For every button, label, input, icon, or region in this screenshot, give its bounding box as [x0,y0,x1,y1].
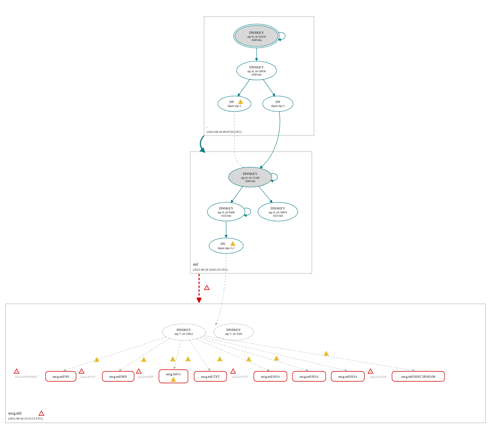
rr-soa2: uscg.mil/SOA [292,371,326,381]
svg-text:DNSKEY: DNSKEY [226,328,241,332]
svg-text:2048 bits: 2048 bits [252,73,262,76]
zone-uscg-box [6,304,485,423]
svg-text:uscg.mil/MX: uscg.mil/MX [109,375,127,379]
svg-text:uscg.mil/A: uscg.mil/A [166,372,181,376]
svg-text:alg=7, id=1920: alg=7, id=1920 [225,332,242,335]
rr-soa1: uscg.mil/SOA [254,371,287,381]
node-mil-zsk1: DNSKEY alg=8, id=9498 1024 bits [207,202,245,221]
zone-root-ts: (2021-08-16 09:07:04 UTC) [207,130,242,134]
svg-text:DNSKEY: DNSKEY [177,328,191,332]
warning-icon [141,357,146,362]
zone-uscg-label: uscg.mil [8,411,22,415]
dnssec-graph: ! ! . (2021-08-16 09:07:04 UTC) DNSKEY a… [0,0,491,448]
svg-text:DS: DS [229,100,234,104]
ghost-dnskey: uscg.mil/DNSKEY [15,375,38,378]
edge-milksk-zsk1 [231,186,243,203]
error-icon [231,369,236,373]
error-icon [368,369,373,373]
node-uscg-key1: DNSKEY alg=7, id=10952 [162,324,205,340]
warning-icon [186,357,190,361]
warning-icon [217,357,222,361]
svg-text:1024 bits: 1024 bits [221,214,231,217]
edge-key1-a [174,340,181,369]
svg-text:uscg.mil/NS: uscg.mil/NS [53,375,69,379]
node-uscg-key2: DNSKEY alg=7, id=1920 [214,324,254,340]
svg-text:DNSKEY: DNSKEY [249,65,264,69]
svg-point-32 [162,324,205,340]
edge-key1-ns [64,337,166,371]
edge-rootzsk-ds1 [238,79,250,96]
svg-point-11 [218,96,251,112]
edge-milksk-zsk2 [258,186,272,203]
svg-text:2048 bits: 2048 bits [245,180,255,183]
svg-text:DNSKEY: DNSKEY [271,206,285,210]
warning-icon [274,356,279,360]
node-mil-zsk2: DNSKEY alg=8, id=39879 1024 bits [258,202,298,221]
svg-point-14 [263,96,293,112]
svg-text:DS: DS [221,242,225,246]
svg-text:2048 bits: 2048 bits [252,38,262,42]
rr-a: uscg.mil/A [159,370,188,383]
ghost-soa: uscg.mil/SOA [370,375,386,378]
svg-point-35 [214,324,254,340]
zone-mil-ts: (2021-08-16 10:05:24 UTC) [193,268,228,271]
warning-icon [324,351,329,356]
svg-text:alg=8, id=20326: alg=8, id=20326 [247,35,266,38]
node-mil-ksk: DNSKEY alg=8, id=51349 2048 bits [229,167,272,187]
node-root-zsk: DNSKEY alg=8, id=26838 2048 bits [237,61,276,80]
svg-text:DNSKEY: DNSKEY [249,30,264,35]
zone-mil-label: mil [193,262,198,266]
edge-key1-mx [119,338,170,371]
svg-text:alg=7, id=10952: alg=7, id=10952 [175,332,193,335]
edge-milds-uscgkey-dash [216,254,226,325]
rr-soa3: uscg.mil/SOA [331,371,364,381]
svg-text:alg=8, id=51349: alg=8, id=51349 [241,176,259,179]
svg-text:alg=8, id=9498: alg=8, id=9498 [218,211,234,214]
svg-text:DNSKEY: DNSKEY [219,206,234,210]
svg-text:uscg.mil/SOA: uscg.mil/SOA [300,375,319,379]
edge-key1-soa2 [200,338,308,371]
svg-text:alg=8, id=39879: alg=8, id=39879 [269,211,287,214]
rr-nsec3param: uscg.mil/NSEC3PARAM [392,371,445,381]
svg-text:uscg.mil/SOA: uscg.mil/SOA [261,375,280,379]
svg-text:1024 bits: 1024 bits [273,214,283,217]
edge-key1-txt [189,340,210,371]
error-icon [39,411,44,415]
svg-text:digest alg=2: digest alg=2 [271,104,284,107]
edge-root-to-mil-thick [200,136,205,152]
svg-text:uscg.mil/TXT: uscg.mil/TXT [201,375,220,379]
node-root-ds1: DS digest alg=1 [218,96,251,112]
node-root-ksk: DNSKEY alg=8, id=20326 2048 bits [234,24,280,48]
error-icon [136,369,141,373]
error-icon [79,369,84,373]
rr-ns: uscg.mil/NS [46,371,76,381]
svg-text:alg=8, id=26838: alg=8, id=26838 [247,70,266,73]
zone-uscg-ts: (2021-08-16 13:25:53 UTC) [8,417,43,420]
ghost-ns: uscg.mil/NS [81,375,95,378]
rr-txt: uscg.mil/TXT [194,371,227,381]
ghost-txt: uscg.mil/TXT [232,375,249,378]
error-icon [204,285,209,290]
node-root-ds2: DS digest alg=2 [263,96,293,112]
svg-text:DS: DS [276,100,280,104]
ghost-mx: uscg.mil/MX [138,375,154,378]
warning-icon [170,357,175,361]
rr-mx: uscg.mil/MX [102,371,134,381]
zone-root-label: . [207,125,208,129]
edge-ds2-milksk [260,112,280,168]
edge-key1-soa1 [196,339,270,371]
svg-text:uscg.mil/NSEC3PARAM: uscg.mil/NSEC3PARAM [401,375,435,379]
svg-text:DNSKEY: DNSKEY [243,172,258,176]
svg-text:digest algs=1,2: digest algs=1,2 [218,247,235,250]
svg-text:uscg.mil/SOA: uscg.mil/SOA [338,375,357,379]
svg-point-29 [209,238,243,253]
svg-text:digest alg=1: digest alg=1 [228,104,241,107]
warning-icon [246,357,251,361]
edge-ds1-milksk-dash [234,112,245,169]
node-mil-ds: DS digest algs=1,2 [209,238,243,253]
error-icon [14,369,19,373]
edge-rootzsk-ds2 [263,79,275,96]
edge-key1-nsec3 [205,336,415,371]
